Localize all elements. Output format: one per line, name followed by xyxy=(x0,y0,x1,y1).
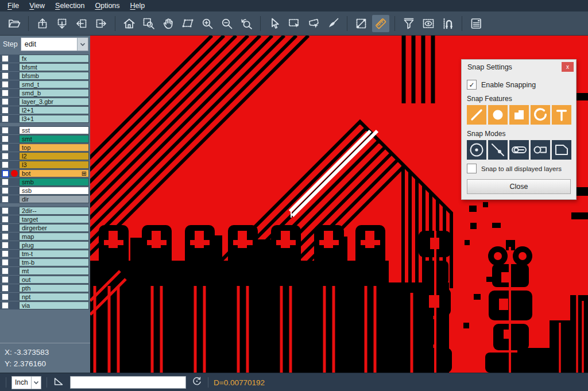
pan-hand-button[interactable] xyxy=(160,15,177,32)
snap-mode-center-button[interactable] xyxy=(467,140,486,160)
refresh-icon[interactable] xyxy=(191,375,203,389)
paint-brush-button[interactable] xyxy=(324,15,342,32)
layer-visibility-checkbox[interactable] xyxy=(2,293,9,300)
step-dropdown[interactable]: edit xyxy=(21,37,88,51)
layer-visibility-checkbox[interactable] xyxy=(2,127,9,134)
dialog-close-button[interactable]: Close xyxy=(467,179,571,194)
layer-visibility-checkbox[interactable] xyxy=(2,302,9,309)
layer-label[interactable]: l2 xyxy=(19,152,89,160)
layer-visibility-checkbox[interactable] xyxy=(2,233,9,240)
snap-all-layers-checkbox[interactable] xyxy=(467,164,477,173)
layer-visibility-checkbox[interactable] xyxy=(2,107,9,114)
layer-visibility-checkbox[interactable] xyxy=(2,72,9,79)
layer-label[interactable]: dirgerber xyxy=(19,224,89,232)
layer-row-bfsmt[interactable]: bfsmt xyxy=(0,63,90,71)
pcb-canvas[interactable]: Snap Settings x ✓ Enable Snapping Snap F… xyxy=(90,36,588,373)
dialog-titlebar[interactable]: Snap Settings x xyxy=(462,60,576,75)
layer-visibility-checkbox[interactable] xyxy=(2,187,9,194)
layers-panel-button[interactable] xyxy=(467,15,485,32)
layer-row-sst[interactable]: sst xyxy=(0,126,90,134)
layer-visibility-checkbox[interactable] xyxy=(2,276,9,283)
pan-down-button[interactable] xyxy=(53,15,71,32)
layer-visibility-checkbox[interactable] xyxy=(2,250,9,257)
snap-feature-line-button[interactable] xyxy=(467,105,486,125)
layer-row-smb[interactable]: smb xyxy=(0,178,90,186)
layer-row-dir[interactable]: dir xyxy=(0,195,90,203)
layer-label[interactable]: ssb xyxy=(19,187,89,195)
layer-row-layer_3.gbr[interactable]: layer_3.gbr xyxy=(0,98,90,106)
layer-visibility-checkbox[interactable] xyxy=(2,144,9,151)
filter-button[interactable] xyxy=(400,15,417,32)
pan-left-button[interactable] xyxy=(73,15,90,32)
chevron-down-icon[interactable] xyxy=(31,377,41,389)
layer-visibility-checkbox[interactable] xyxy=(2,81,9,88)
layer-label[interactable]: tm-b xyxy=(19,258,89,266)
unit-dropdown[interactable]: Inch xyxy=(11,376,41,389)
layer-label[interactable]: out xyxy=(19,276,89,284)
layer-row-ssb[interactable]: ssb xyxy=(0,187,90,195)
layer-label[interactable]: fx xyxy=(19,55,89,63)
layer-row-plug[interactable]: plug xyxy=(0,241,90,249)
layer-label[interactable]: bfsmb xyxy=(19,72,89,80)
layer-visibility-checkbox[interactable] xyxy=(2,90,9,96)
menu-item-file[interactable]: File xyxy=(2,1,24,11)
layer-row-map[interactable]: map xyxy=(0,233,90,241)
layer-label[interactable]: smd_t xyxy=(19,80,89,88)
layer-label[interactable]: dir xyxy=(19,195,89,203)
snap-feature-text-button[interactable] xyxy=(552,105,571,125)
zoom-area-button[interactable] xyxy=(140,15,157,32)
measure-points-button[interactable] xyxy=(353,15,370,32)
zoom-out-button[interactable] xyxy=(218,15,235,32)
snap-feature-arc-button[interactable] xyxy=(531,105,550,125)
layer-visibility-checkbox[interactable] xyxy=(2,179,9,185)
layer-visibility-checkbox[interactable] xyxy=(2,196,9,203)
layer-label[interactable]: l3 xyxy=(19,161,89,169)
layer-label[interactable]: bfsmt xyxy=(19,63,89,71)
layer-visibility-checkbox[interactable] xyxy=(2,224,9,231)
layer-label[interactable]: plug xyxy=(19,241,89,249)
layer-visibility-checkbox[interactable] xyxy=(2,153,9,160)
layer-visibility-checkbox[interactable] xyxy=(2,216,9,223)
layer-row-l2+1[interactable]: l2+1 xyxy=(0,106,90,114)
layer-label[interactable]: pth xyxy=(19,284,89,292)
layer-label[interactable]: l3+1 xyxy=(19,115,89,123)
zoom-in-button[interactable] xyxy=(199,15,216,32)
layer-row-2dir--[interactable]: 2dir-- xyxy=(0,207,90,215)
zoom-polygon-button[interactable] xyxy=(179,15,196,32)
layer-row-smd_b[interactable]: smd_b xyxy=(0,89,90,97)
layer-visibility-checkbox[interactable] xyxy=(2,242,9,249)
angle-measure-icon[interactable] xyxy=(52,375,65,390)
layer-visibility-checkbox[interactable] xyxy=(2,207,9,214)
layer-row-bot[interactable]: bot⊞ xyxy=(0,169,90,177)
enable-snapping-checkbox[interactable]: ✓ xyxy=(467,80,477,90)
layer-row-l3[interactable]: l3 xyxy=(0,161,90,169)
layer-label[interactable]: layer_3.gbr xyxy=(19,98,89,106)
layer-label[interactable]: smd_b xyxy=(19,89,89,97)
layer-visibility-checkbox[interactable] xyxy=(2,285,9,292)
layer-visibility-checkbox[interactable] xyxy=(2,136,9,142)
layer-row-tm-t[interactable]: tm-t xyxy=(0,250,90,258)
layer-label[interactable]: top xyxy=(19,144,89,152)
layer-label[interactable]: smb xyxy=(19,178,89,186)
menu-item-options[interactable]: Options xyxy=(90,1,125,11)
dialog-close-icon[interactable]: x xyxy=(562,62,574,72)
ruler-button[interactable] xyxy=(372,15,389,32)
layer-visibility-checkbox[interactable] xyxy=(2,55,9,62)
open-file-button[interactable] xyxy=(6,15,23,32)
layer-label[interactable]: l2+1 xyxy=(19,106,89,114)
layer-visibility-checkbox[interactable] xyxy=(2,98,9,105)
menu-item-selection[interactable]: Selection xyxy=(50,1,90,11)
measure-input[interactable] xyxy=(70,376,186,389)
snap-feature-surface-button[interactable] xyxy=(509,105,529,125)
layer-label[interactable]: sst xyxy=(19,126,89,134)
snap-feature-pad-button[interactable] xyxy=(488,105,508,125)
layer-row-l2[interactable]: l2 xyxy=(0,152,90,160)
layer-row-smt[interactable]: smt xyxy=(0,135,90,143)
select-rectangle-button[interactable] xyxy=(285,15,303,32)
layer-visibility-checkbox[interactable] xyxy=(2,161,9,168)
layer-visibility-checkbox[interactable] xyxy=(2,115,9,122)
layer-row-mt[interactable]: mt xyxy=(0,267,90,275)
chevron-down-icon[interactable] xyxy=(77,38,88,51)
layer-row-target[interactable]: target xyxy=(0,215,90,223)
layer-label[interactable]: npt xyxy=(19,293,89,301)
